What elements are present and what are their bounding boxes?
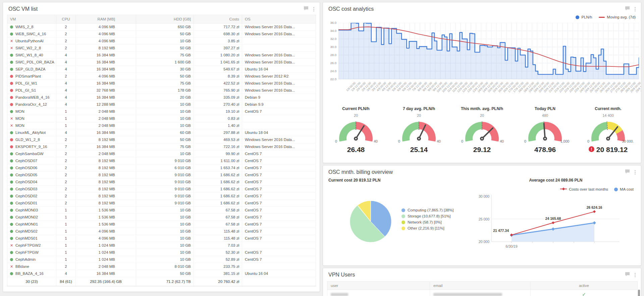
- column-header[interactable]: CPU: [56, 15, 76, 23]
- pie-legend-item[interactable]: Computing (7,865.7) [38%]: [401, 208, 453, 212]
- kebab-menu-icon[interactable]: [634, 7, 636, 12]
- vm-cpu-cell: 2: [56, 23, 76, 31]
- gauge-value: 29.12: [473, 146, 491, 154]
- pie-legend-item[interactable]: Other (2,216.9) [11%]: [401, 226, 453, 230]
- table-row[interactable]: GLD_W1_2_828 192 MB50 GB469.53 złWindows…: [7, 136, 316, 143]
- vm-hdd-cell: 10 GB: [136, 115, 194, 122]
- table-row[interactable]: CephSambaGW22 048 MB10 GB99.90 złCentOS …: [7, 150, 316, 157]
- gauge[interactable]: 7 day avg. PLN/h2004025.14: [387, 106, 450, 154]
- kebab-menu-icon[interactable]: [634, 273, 636, 278]
- table-row[interactable]: CephMON0311 536 MB10 GB67.58 złCentOS 7: [7, 207, 316, 214]
- legend-item[interactable]: Costs over last months: [560, 187, 608, 191]
- vm-name-cell: CephFTPGW: [7, 249, 56, 256]
- table-row[interactable]: ✕UbuntuPythonAI24 096 MB10 GB3.85 zł: [7, 38, 316, 45]
- vm-cost-cell: 335.09 zł: [194, 94, 242, 101]
- table-row[interactable]: ✕BBdane22 048 MB8 010 GB233.75 zł: [7, 263, 316, 270]
- gauge[interactable]: Current PLN/h2004026.48: [324, 106, 387, 154]
- table-row[interactable]: PDL_GI_S1432 768 MB178 GB765.90 złWindow…: [7, 87, 316, 94]
- panel-title: OSC mnth. billing overview: [328, 169, 393, 175]
- legend-item[interactable]: Moving avg. (7d): [599, 15, 636, 19]
- table-row[interactable]: CephOSD0728 192 MB9 010 GB1 611.00 złCen…: [7, 157, 316, 164]
- vm-os-cell: CentOS 7: [242, 108, 316, 115]
- vm-cost-cell: 1 686.62 zł: [194, 200, 242, 207]
- table-row[interactable]: PDL_GI_W1416 384 MB75 GB422.52 złWindows…: [7, 80, 316, 87]
- billing-line-chart[interactable]: 30 00025 00020 0006/30/1921 477.3424 165…: [476, 191, 622, 252]
- comment-icon[interactable]: [625, 6, 630, 12]
- vm-cpu-cell: 4: [56, 52, 76, 59]
- table-row[interactable]: CephMON0111 536 MB10 GB67.58 złCentOS 7: [7, 221, 316, 228]
- gauge[interactable]: Current mnth.14 400030 000.!20 819.12: [577, 106, 640, 154]
- kebab-menu-icon[interactable]: [313, 7, 315, 12]
- vm-ram-cell: 2 048 MB: [76, 115, 136, 122]
- table-row[interactable]: ✕MON12 048 MB10 GB0.83 zł: [7, 115, 316, 122]
- gauge[interactable]: Today PLN48001,000478.96: [514, 106, 577, 154]
- table-row[interactable]: CephAdmin11 024 MB10 GB52.89 złCentOS 7: [7, 256, 316, 263]
- scrollbar[interactable]: [638, 290, 640, 296]
- table-row[interactable]: ✕MON12 048 MB10 GB1.40 zł: [7, 122, 316, 129]
- pie-legend-item[interactable]: Storage (10,677.8) [51%]: [401, 214, 453, 218]
- table-row[interactable]: PIDSmartPlant24 096 MB50 GB8.39 złWindow…: [7, 73, 316, 80]
- column-header[interactable]: RAM [MB]: [76, 15, 136, 23]
- totals-os: [242, 277, 316, 286]
- table-row[interactable]: BB_BAZA_4_16416 384 MB50 GB381.15 złUbun…: [7, 270, 316, 277]
- table-row[interactable]: ✕SWC_W2_2_828 192 MB50 GB397.27 zł: [7, 45, 316, 52]
- table-row[interactable]: SWC_W1_8_40416 384 MB75 GB1 080.20 złWin…: [7, 52, 316, 59]
- column-header[interactable]: email: [430, 282, 531, 290]
- table-row[interactable]: CephOSD0428 192 MB9 010 GB1 686.62 złCen…: [7, 179, 316, 186]
- billing-header: OSC mnth. billing overview: [323, 165, 641, 177]
- table-row[interactable]: CephFTPGW11 024 MB10 GB52.30 złCentOS 7: [7, 249, 316, 256]
- vpn-table-row[interactable]: ✓: [327, 290, 638, 296]
- table-row[interactable]: SWC_PDL_OR_BAZA416 384 MB1 600 GB1 041.6…: [7, 59, 316, 66]
- status-dot-icon: [10, 223, 13, 226]
- vm-name-cell: EKSPORTY_9_16: [7, 143, 56, 150]
- kebab-menu-icon[interactable]: [634, 170, 636, 175]
- table-row[interactable]: CephMDS0114 096 MB10 GB115.48 złCentOS 7: [7, 235, 316, 242]
- gauge[interactable]: This mnth. avg. PLN/h2004029.12: [450, 106, 514, 154]
- comment-icon[interactable]: [625, 272, 630, 278]
- comment-icon[interactable]: [625, 169, 630, 175]
- vm-name: UbuntuPythonAI: [15, 39, 44, 43]
- legend-label: MA cost: [620, 187, 634, 191]
- column-header[interactable]: active: [531, 282, 638, 290]
- column-header[interactable]: VM: [7, 15, 56, 23]
- vm-cost-cell: 1 611.00 zł: [194, 157, 242, 164]
- vm-cpu-cell: 1: [56, 214, 76, 221]
- table-row[interactable]: CephOSD0228 192 MB9 010 GB1 686.62 złCen…: [7, 193, 316, 200]
- pie-legend-item[interactable]: Network (58.7) [0%]: [401, 220, 453, 224]
- table-row[interactable]: CephOSD0128 192 MB9 010 GB1 686.62 złCen…: [7, 200, 316, 207]
- table-row[interactable]: CephOSD0328 192 MB9 010 GB1 686.62 złCen…: [7, 186, 316, 193]
- vm-hdd-cell: 50 GB: [136, 136, 194, 143]
- vm-ram-cell: 16 384 MB: [76, 52, 136, 59]
- column-header[interactable]: Costs: [194, 15, 242, 23]
- column-header[interactable]: user: [327, 282, 430, 290]
- column-header[interactable]: HDD [GB]: [136, 15, 194, 23]
- status-dot-icon: [10, 202, 13, 205]
- table-row[interactable]: EKSPORTY_9_16716 384 MB75 GB722.16 złWin…: [7, 143, 316, 150]
- table-row[interactable]: PandoraOcr_4_12412 288 MB10 GB270.40 złD…: [7, 101, 316, 108]
- table-row[interactable]: LinuxML_AktyNot416 384 MB60 GB297.88 złU…: [7, 129, 316, 136]
- vm-hdd-cell: 10 GB: [136, 101, 194, 108]
- legend-label: Costs over last months: [569, 187, 608, 191]
- table-row[interactable]: MON12 048 MB10 GB19.10 złCentOS 7: [7, 108, 316, 115]
- vm-ram-cell: 8 192 MB: [76, 193, 136, 200]
- vm-cost-cell: 7.03 zł: [194, 242, 242, 249]
- vm-cost-cell: 1.40 zł: [194, 122, 242, 129]
- table-row[interactable]: WMS_2_824 096 MB650 GB717.72 złWindows S…: [7, 23, 316, 31]
- comment-icon[interactable]: [304, 6, 309, 12]
- table-row[interactable]: PandoraWEB_4_16416 384 MB20 GB335.09 złD…: [7, 94, 316, 101]
- table-row[interactable]: CephMDS0214 096 MB10 GB115.48 złCentOS 7: [7, 228, 316, 235]
- cost-chart[interactable]: 36.034.032.030.028.026.024.022.0: [338, 23, 638, 79]
- column-header[interactable]: OS: [242, 15, 316, 23]
- vm-ram-cell: 16 384 MB: [76, 59, 136, 66]
- table-row[interactable]: ✕CephFTPGW211 024 MB10 GB7.03 zł: [7, 242, 316, 249]
- table-row[interactable]: CephMON0211 536 MB10 GB67.58 złCentOS 7: [7, 214, 316, 221]
- legend-item[interactable]: PLN/h: [576, 15, 592, 19]
- legend-item[interactable]: MA cost: [614, 187, 634, 191]
- gauge-title: Current PLN/h: [324, 106, 387, 111]
- table-row[interactable]: CephOSD0528 192 MB9 010 GB1 686.62 złCen…: [7, 171, 316, 179]
- table-row[interactable]: WEB_SWC_4_1624 096 MB50 GB698.30 złWindo…: [7, 31, 316, 38]
- table-row[interactable]: SEP_GLD_BAZA416 384 MB30 GB549.67 złUbun…: [7, 66, 316, 73]
- billing-pie-chart[interactable]: [348, 199, 393, 244]
- vm-name: BBdane: [15, 264, 29, 268]
- table-row[interactable]: CephOSD0628 192 MB6 010 GB1 653.74 złCen…: [7, 164, 316, 171]
